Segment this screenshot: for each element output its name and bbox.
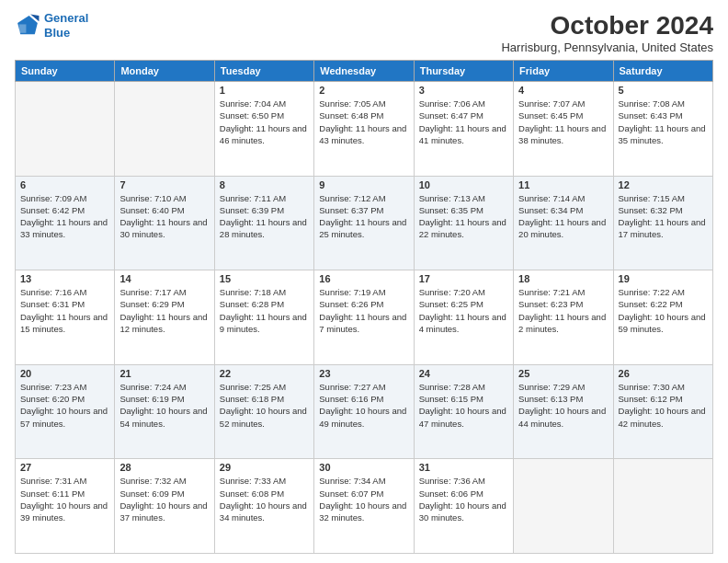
day-number: 3 [419, 85, 508, 96]
calendar-header-row: SundayMondayTuesdayWednesdayThursdayFrid… [16, 61, 713, 82]
calendar-day: 15Sunrise: 7:18 AMSunset: 6:28 PMDayligh… [214, 270, 313, 365]
day-info: Sunrise: 7:07 AMSunset: 6:45 PMDaylight:… [518, 98, 608, 146]
calendar-day: 9Sunrise: 7:12 AMSunset: 6:37 PMDaylight… [314, 176, 414, 270]
calendar-day: 20Sunrise: 7:23 AMSunset: 6:20 PMDayligh… [16, 364, 115, 459]
calendar-day: 17Sunrise: 7:20 AMSunset: 6:25 PMDayligh… [414, 270, 513, 365]
day-number: 30 [319, 462, 408, 473]
page: General Blue October 2024 Harrisburg, Pe… [0, 0, 728, 563]
day-header-thursday: Thursday [414, 61, 513, 82]
logo-line2: Blue [44, 26, 70, 40]
calendar-week-3: 13Sunrise: 7:16 AMSunset: 6:31 PMDayligh… [16, 270, 713, 365]
day-info: Sunrise: 7:33 AMSunset: 6:08 PMDaylight:… [220, 475, 309, 523]
day-number: 7 [119, 179, 209, 190]
day-info: Sunrise: 7:05 AMSunset: 6:48 PMDaylight:… [319, 98, 408, 146]
calendar-day [16, 82, 115, 177]
day-number: 25 [518, 368, 608, 379]
header: General Blue October 2024 Harrisburg, Pe… [15, 11, 713, 54]
day-info: Sunrise: 7:08 AMSunset: 6:43 PMDaylight:… [619, 98, 708, 146]
day-info: Sunrise: 7:36 AMSunset: 6:06 PMDaylight:… [419, 475, 508, 523]
day-number: 26 [619, 368, 708, 379]
day-info: Sunrise: 7:28 AMSunset: 6:15 PMDaylight:… [419, 381, 508, 430]
logo: General Blue [15, 11, 88, 40]
day-number: 11 [518, 179, 608, 190]
calendar-day: 2Sunrise: 7:05 AMSunset: 6:48 PMDaylight… [314, 82, 414, 177]
day-header-wednesday: Wednesday [314, 61, 414, 82]
day-info: Sunrise: 7:27 AMSunset: 6:16 PMDaylight:… [319, 381, 408, 430]
day-info: Sunrise: 7:04 AMSunset: 6:50 PMDaylight:… [220, 98, 309, 146]
calendar-day: 13Sunrise: 7:16 AMSunset: 6:31 PMDayligh… [16, 270, 115, 365]
day-number: 12 [619, 179, 708, 190]
calendar-day: 29Sunrise: 7:33 AMSunset: 6:08 PMDayligh… [214, 459, 313, 554]
calendar-day: 31Sunrise: 7:36 AMSunset: 6:06 PMDayligh… [414, 459, 513, 554]
logo-text: General Blue [44, 11, 88, 40]
calendar-week-5: 27Sunrise: 7:31 AMSunset: 6:11 PMDayligh… [16, 459, 713, 554]
day-number: 15 [220, 273, 309, 284]
day-header-sunday: Sunday [16, 61, 115, 82]
day-info: Sunrise: 7:24 AMSunset: 6:19 PMDaylight:… [119, 381, 209, 430]
day-number: 24 [419, 368, 508, 379]
calendar-week-1: 1Sunrise: 7:04 AMSunset: 6:50 PMDaylight… [16, 82, 713, 177]
day-number: 6 [20, 179, 109, 190]
day-number: 2 [319, 85, 408, 96]
day-info: Sunrise: 7:30 AMSunset: 6:12 PMDaylight:… [619, 381, 708, 430]
day-header-tuesday: Tuesday [214, 61, 313, 82]
day-info: Sunrise: 7:23 AMSunset: 6:20 PMDaylight:… [20, 381, 109, 430]
calendar-day: 10Sunrise: 7:13 AMSunset: 6:35 PMDayligh… [414, 176, 513, 270]
calendar-day: 28Sunrise: 7:32 AMSunset: 6:09 PMDayligh… [115, 459, 214, 554]
day-number: 13 [20, 273, 109, 284]
calendar-day: 19Sunrise: 7:22 AMSunset: 6:22 PMDayligh… [613, 270, 712, 365]
calendar-day: 7Sunrise: 7:10 AMSunset: 6:40 PMDaylight… [115, 176, 214, 270]
calendar-day: 18Sunrise: 7:21 AMSunset: 6:23 PMDayligh… [514, 270, 613, 365]
day-info: Sunrise: 7:34 AMSunset: 6:07 PMDaylight:… [319, 475, 408, 523]
calendar-table: SundayMondayTuesdayWednesdayThursdayFrid… [15, 60, 713, 554]
calendar-day [115, 82, 214, 177]
day-info: Sunrise: 7:22 AMSunset: 6:22 PMDaylight:… [619, 286, 708, 335]
day-header-monday: Monday [115, 61, 214, 82]
calendar-day: 3Sunrise: 7:06 AMSunset: 6:47 PMDaylight… [414, 82, 513, 177]
day-info: Sunrise: 7:15 AMSunset: 6:32 PMDaylight:… [619, 192, 708, 241]
day-number: 8 [220, 179, 309, 190]
calendar-day: 22Sunrise: 7:25 AMSunset: 6:18 PMDayligh… [214, 364, 313, 459]
calendar-day: 12Sunrise: 7:15 AMSunset: 6:32 PMDayligh… [613, 176, 712, 270]
calendar-day [514, 459, 613, 554]
calendar-day: 16Sunrise: 7:19 AMSunset: 6:26 PMDayligh… [314, 270, 414, 365]
calendar-day: 5Sunrise: 7:08 AMSunset: 6:43 PMDaylight… [613, 82, 712, 177]
day-number: 20 [20, 368, 109, 379]
day-info: Sunrise: 7:14 AMSunset: 6:34 PMDaylight:… [518, 192, 608, 241]
day-number: 4 [518, 85, 608, 96]
logo-line1: General [44, 11, 88, 25]
calendar-day: 4Sunrise: 7:07 AMSunset: 6:45 PMDaylight… [514, 82, 613, 177]
day-info: Sunrise: 7:16 AMSunset: 6:31 PMDaylight:… [20, 286, 109, 335]
day-number: 18 [518, 273, 608, 284]
svg-rect-2 [19, 24, 27, 32]
day-info: Sunrise: 7:11 AMSunset: 6:39 PMDaylight:… [220, 192, 309, 241]
day-info: Sunrise: 7:12 AMSunset: 6:37 PMDaylight:… [319, 192, 408, 241]
day-number: 16 [319, 273, 408, 284]
calendar-day: 21Sunrise: 7:24 AMSunset: 6:19 PMDayligh… [115, 364, 214, 459]
calendar-day: 24Sunrise: 7:28 AMSunset: 6:15 PMDayligh… [414, 364, 513, 459]
day-number: 10 [419, 179, 508, 190]
calendar-day: 26Sunrise: 7:30 AMSunset: 6:12 PMDayligh… [613, 364, 712, 459]
calendar-day [613, 459, 712, 554]
day-number: 29 [220, 462, 309, 473]
day-info: Sunrise: 7:09 AMSunset: 6:42 PMDaylight:… [20, 192, 109, 241]
day-info: Sunrise: 7:31 AMSunset: 6:11 PMDaylight:… [20, 475, 109, 523]
day-header-saturday: Saturday [613, 61, 712, 82]
logo-icon [15, 13, 40, 39]
day-number: 21 [119, 368, 209, 379]
calendar-day: 1Sunrise: 7:04 AMSunset: 6:50 PMDaylight… [214, 82, 313, 177]
calendar-day: 23Sunrise: 7:27 AMSunset: 6:16 PMDayligh… [314, 364, 414, 459]
calendar-day: 6Sunrise: 7:09 AMSunset: 6:42 PMDaylight… [16, 176, 115, 270]
calendar-day: 25Sunrise: 7:29 AMSunset: 6:13 PMDayligh… [514, 364, 613, 459]
day-info: Sunrise: 7:21 AMSunset: 6:23 PMDaylight:… [518, 286, 608, 335]
day-number: 31 [419, 462, 508, 473]
day-info: Sunrise: 7:32 AMSunset: 6:09 PMDaylight:… [119, 475, 209, 523]
title-block: October 2024 Harrisburg, Pennsylvania, U… [501, 11, 713, 54]
day-number: 22 [220, 368, 309, 379]
day-number: 5 [619, 85, 708, 96]
day-number: 19 [619, 273, 708, 284]
calendar-day: 14Sunrise: 7:17 AMSunset: 6:29 PMDayligh… [115, 270, 214, 365]
calendar-day: 30Sunrise: 7:34 AMSunset: 6:07 PMDayligh… [314, 459, 414, 554]
day-info: Sunrise: 7:10 AMSunset: 6:40 PMDaylight:… [119, 192, 209, 241]
day-header-friday: Friday [514, 61, 613, 82]
